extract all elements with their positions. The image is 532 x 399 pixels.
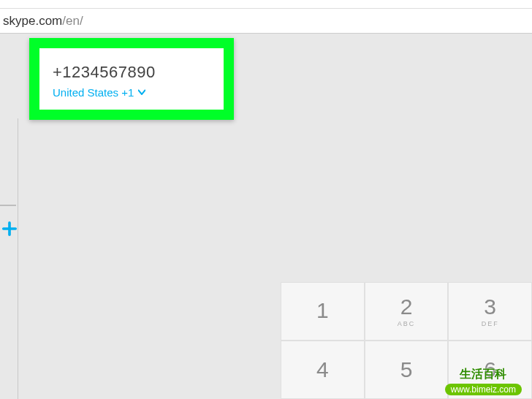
dialpad-key-1[interactable]: 1 bbox=[281, 282, 365, 341]
url-path: /en/ bbox=[62, 14, 83, 28]
dialpad: 1 2 ABC 3 DEF 4 5 6 bbox=[281, 282, 532, 399]
dialpad-key-3[interactable]: 3 DEF bbox=[448, 282, 532, 341]
sidebar-divider bbox=[18, 118, 19, 399]
phone-number-input[interactable]: +1234567890 bbox=[53, 63, 210, 82]
url-domain: skype.com bbox=[3, 14, 62, 28]
dialpad-letters: DEF bbox=[482, 320, 499, 327]
dialpad-key-4[interactable]: 4 bbox=[281, 341, 365, 399]
dialpad-digit: 2 bbox=[400, 296, 413, 318]
browser-tab-strip bbox=[0, 0, 532, 9]
dialpad-digit: 3 bbox=[484, 296, 496, 318]
dialpad-key-2[interactable]: 2 ABC bbox=[365, 282, 449, 341]
dialpad-letters: ABC bbox=[398, 320, 416, 327]
browser-address-bar[interactable]: skype.com/en/ bbox=[0, 9, 532, 34]
country-label: United States +1 bbox=[53, 86, 134, 99]
dialpad-digit: 5 bbox=[400, 359, 413, 381]
plus-icon bbox=[1, 221, 18, 237]
dialer-input-card: +1234567890 United States +1 bbox=[39, 48, 224, 110]
dialpad-digit: 6 bbox=[484, 359, 496, 381]
dialpad-digit: 1 bbox=[316, 300, 329, 322]
chevron-down-icon bbox=[138, 88, 145, 96]
sidebar-separator bbox=[0, 205, 16, 206]
country-selector[interactable]: United States +1 bbox=[53, 86, 210, 99]
add-button[interactable] bbox=[0, 219, 19, 238]
dialpad-digit: 4 bbox=[316, 359, 329, 381]
dialpad-key-6[interactable]: 6 bbox=[448, 341, 532, 399]
highlight-box: +1234567890 United States +1 bbox=[29, 38, 234, 120]
dialpad-key-5[interactable]: 5 bbox=[365, 341, 449, 399]
page-content: +1234567890 United States +1 1 2 ABC 3 D… bbox=[0, 34, 532, 399]
